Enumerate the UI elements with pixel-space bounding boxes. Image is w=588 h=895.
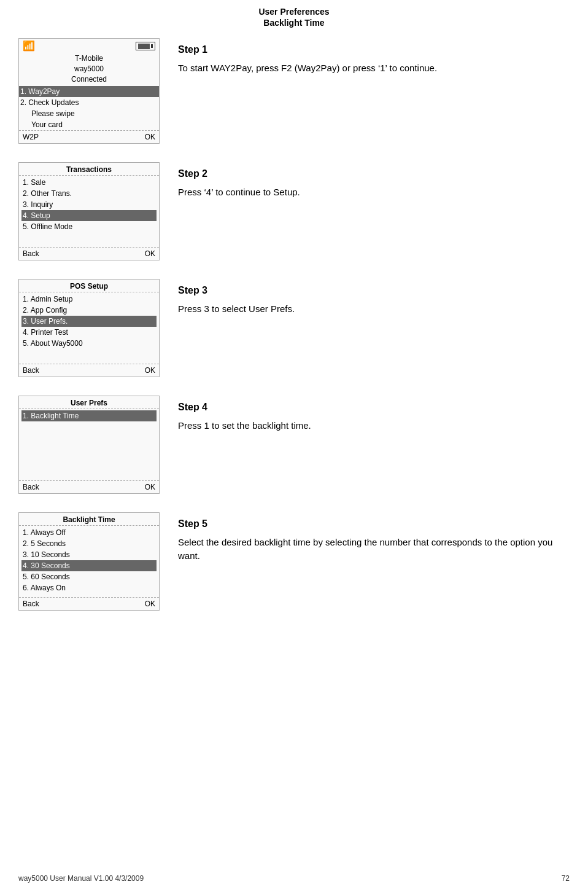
screen-footer: Back OK xyxy=(19,597,159,610)
screen-title: Transactions xyxy=(19,163,159,176)
step-row-3: POS Setup1. Admin Setup2. App Config3. U… xyxy=(18,279,570,377)
screen-body: 1. Backlight Time xyxy=(19,409,159,480)
screen-footer: Back OK xyxy=(19,480,159,493)
device-screen-step1: 📶 T-Mobileway5000Connected 1. Way2Pay2. … xyxy=(18,38,160,143)
screen-top-bar: 📶 xyxy=(19,39,159,52)
device-screen-step3: POS Setup1. Admin Setup2. App Config3. U… xyxy=(18,279,160,377)
screen-item: 1. Admin Setup xyxy=(21,294,157,305)
screen-item: 1. Way2Pay xyxy=(19,86,159,97)
step-row-1: 📶 T-Mobileway5000Connected 1. Way2Pay2. … xyxy=(18,38,570,143)
screen-body: 1. Admin Setup2. App Config3. User Prefs… xyxy=(19,292,159,364)
step-label: Step 2 xyxy=(178,168,570,179)
step-label: Step 5 xyxy=(178,518,570,530)
footer-right: 72 xyxy=(562,874,570,883)
screen-item: 3. 10 Seconds xyxy=(21,549,157,560)
footer-back[interactable]: Back xyxy=(23,366,39,375)
step-text: Select the desired backlight time by sel… xyxy=(178,536,570,563)
screen-item: 5. Offline Mode xyxy=(21,221,157,232)
step-text: Press ‘4’ to continue to Setup. xyxy=(178,186,570,200)
device-center-text: T-Mobileway5000Connected xyxy=(19,52,159,85)
step-label: Step 3 xyxy=(178,285,570,296)
screen-item: Please swipe xyxy=(19,108,159,119)
page-footer: way5000 User Manual V1.00 4/3/2009 72 xyxy=(18,874,570,883)
step-text: Press 1 to set the backlight time. xyxy=(178,419,570,433)
step-text: Press 3 to select User Prefs. xyxy=(178,302,570,316)
screen-item: 1. Always Off xyxy=(21,527,157,538)
screen-item: 3. User Prefs. xyxy=(21,316,157,327)
screen-item: 5. About Way5000 xyxy=(21,338,157,349)
step-row-5: Backlight Time1. Always Off2. 5 Seconds3… xyxy=(18,512,570,611)
page-title-line1: User Preferences xyxy=(0,6,588,17)
footer-back[interactable]: W2P xyxy=(23,133,39,141)
screen-item: 4. 30 Seconds xyxy=(21,560,157,571)
screen-item: 6. Always On xyxy=(21,582,157,593)
screen-item: 4. Printer Test xyxy=(21,327,157,338)
page-header: User Preferences Backlight Time xyxy=(0,0,588,32)
screen-item: 3. Inquiry xyxy=(21,199,157,210)
step-row-2: Transactions1. Sale2. Other Trans.3. Inq… xyxy=(18,162,570,260)
screen-item: 2. 5 Seconds xyxy=(21,538,157,549)
content-area: 📶 T-Mobileway5000Connected 1. Way2Pay2. … xyxy=(0,32,588,641)
screen-item: 2. Check Updates xyxy=(19,97,159,108)
screen-item: 4. Setup xyxy=(21,210,157,221)
step-description-2: Step 2 Press ‘4’ to continue to Setup. xyxy=(160,162,570,200)
step-text: To start WAY2Pay, press F2 (Way2Pay) or … xyxy=(178,61,570,76)
footer-left: way5000 User Manual V1.00 4/3/2009 xyxy=(18,874,144,883)
footer-ok[interactable]: OK xyxy=(145,600,155,608)
footer-back[interactable]: Back xyxy=(23,600,39,608)
screen-footer: Back OK xyxy=(19,364,159,377)
battery-icon xyxy=(136,42,155,50)
footer-ok[interactable]: OK xyxy=(145,249,155,258)
footer-back[interactable]: Back xyxy=(23,249,39,258)
step-label: Step 1 xyxy=(178,44,570,55)
screen-footer: W2P OK xyxy=(19,130,159,143)
footer-ok[interactable]: OK xyxy=(145,366,155,375)
screen-item: 2. App Config xyxy=(21,305,157,316)
step-row-4: User Prefs1. Backlight Time Back OK Step… xyxy=(18,396,570,494)
step-description-5: Step 5 Select the desired backlight time… xyxy=(160,512,570,563)
screen-item: 1. Backlight Time xyxy=(21,410,157,421)
screen-body: 1. Always Off2. 5 Seconds3. 10 Seconds4.… xyxy=(19,526,159,597)
screen-title: User Prefs xyxy=(19,396,159,409)
device-screen-step4: User Prefs1. Backlight Time Back OK xyxy=(18,396,160,494)
screen-item: Your card xyxy=(19,119,159,130)
page-title-line2: Backlight Time xyxy=(0,17,588,28)
footer-ok[interactable]: OK xyxy=(145,133,155,141)
screen-item: 5. 60 Seconds xyxy=(21,571,157,582)
step-label: Step 4 xyxy=(178,402,570,413)
screen-footer: Back OK xyxy=(19,247,159,260)
footer-ok[interactable]: OK xyxy=(145,483,155,491)
screen-body: 1. Sale2. Other Trans.3. Inquiry4. Setup… xyxy=(19,176,159,247)
step-description-1: Step 1 To start WAY2Pay, press F2 (Way2P… xyxy=(160,38,570,76)
step-description-4: Step 4 Press 1 to set the backlight time… xyxy=(160,396,570,433)
screen-item: 2. Other Trans. xyxy=(21,188,157,199)
device-screen-step2: Transactions1. Sale2. Other Trans.3. Inq… xyxy=(18,162,160,260)
screen-item: 1. Sale xyxy=(21,177,157,188)
step-description-3: Step 3 Press 3 to select User Prefs. xyxy=(160,279,570,316)
device-screen-step5: Backlight Time1. Always Off2. 5 Seconds3… xyxy=(18,512,160,611)
screen-title: Backlight Time xyxy=(19,513,159,526)
footer-back[interactable]: Back xyxy=(23,483,39,491)
signal-icon: 📶 xyxy=(23,41,35,51)
screen-title: POS Setup xyxy=(19,279,159,292)
